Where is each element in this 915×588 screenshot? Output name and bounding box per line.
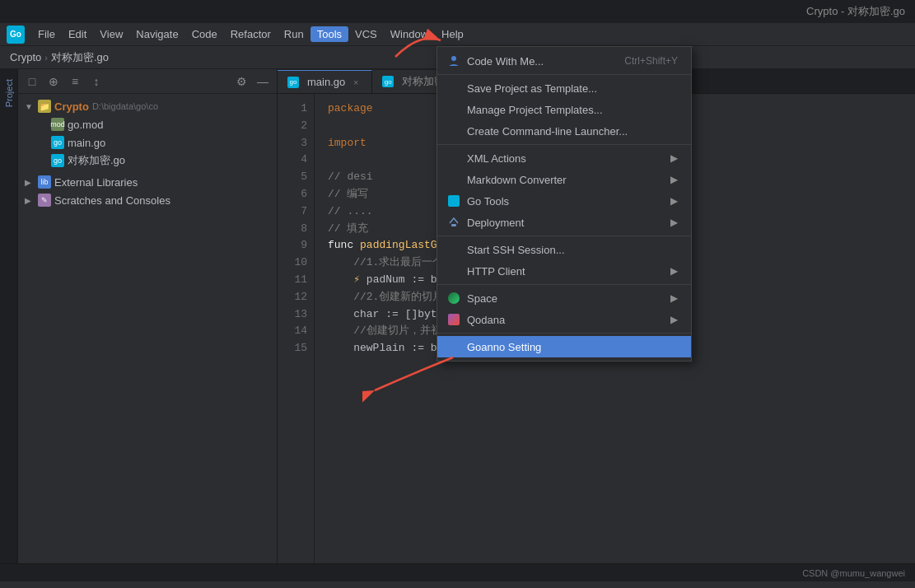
menu-goanno[interactable]: Goanno Setting [437,336,691,357]
http-left: HTTP Client [447,264,525,278]
menu-vcs[interactable]: VCS [348,26,384,42]
save-icon [447,82,460,95]
menu-file[interactable]: File [31,26,62,42]
tree-main-go[interactable]: go main.go [35,133,277,152]
tree-encrypt-go[interactable]: go 对称加密.go [35,152,277,170]
toolbar-layout-btn[interactable]: □ [23,72,41,91]
menu-help[interactable]: Help [435,26,470,42]
markdown-label: Markdown Converter [467,174,567,186]
sep5 [437,333,691,334]
toolbar-collapse-btn[interactable]: ≡ [66,72,84,91]
menu-tools[interactable]: Tools [310,26,348,42]
title-bar-text: Crypto - 对称加密.go [806,4,905,19]
tree-scratches[interactable]: ▶ ✎ Scratches and Consoles [18,191,277,209]
app-logo: Go [7,26,25,44]
sep1 [437,74,691,75]
goanno-label: Goanno Setting [467,341,541,353]
encrypt-file-icon: go [51,154,64,167]
tree-root-crypto[interactable]: ▼ 📁 Crypto D:\bigdata\go\co [18,97,277,115]
status-bar: CSDN @mumu_wangwei [0,563,915,581]
http-icon [447,264,460,278]
svg-point-1 [451,56,456,61]
status-text: CSDN @mumu_wangwei [802,568,905,578]
go-tools-left: Go Tools [447,194,509,208]
qodana-icon [447,313,460,326]
sep3 [437,236,691,236]
menu-refactor[interactable]: Refactor [224,26,278,42]
manage-icon [447,103,460,116]
menu-ssh[interactable]: Start SSH Session... [437,239,691,260]
menu-xml-actions[interactable]: XML Actions ▶ [437,147,691,169]
deployment-arrow: ▶ [670,217,678,228]
sep4 [437,284,691,285]
space-icon [447,292,460,305]
root-path: D:\bigdata\go\co [92,101,158,111]
code-with-me-left: Code With Me... [447,54,544,68]
tree-go-mod[interactable]: mod go.mod [35,115,277,133]
menu-bar: Go File Edit View Navigate Code Refactor… [0,23,915,46]
menu-space[interactable]: Space ▶ [437,287,691,309]
tools-dropdown: Code With Me... Ctrl+Shift+Y Save Projec… [436,46,692,362]
manage-label: Manage Project Templates... [467,104,603,116]
save-project-label: Save Project as Template... [467,82,597,95]
space-label: Space [467,292,497,305]
menu-go-tools[interactable]: Go Tools ▶ [437,190,691,212]
markdown-arrow: ▶ [670,174,678,185]
space-left: Space [447,292,497,305]
breadcrumb-crypto[interactable]: Crypto [10,51,41,63]
code-with-me-label: Code With Me... [467,55,544,68]
tree-children: mod go.mod go main.go go 对称加密.go [18,115,277,170]
tab-icon-encrypt: go [382,76,394,87]
tab-label-main: main.go [307,76,345,88]
save-project-left: Save Project as Template... [447,82,597,95]
tab-close-main[interactable]: × [350,77,362,88]
goanno-icon [447,340,460,353]
menu-create-launcher[interactable]: Create Command-line Launcher... [437,120,691,142]
launcher-left: Create Command-line Launcher... [447,124,628,138]
xml-left: XML Actions [447,152,526,165]
ssh-label: Start SSH Session... [467,244,565,256]
manage-left: Manage Project Templates... [447,103,603,116]
mod-icon: mod [51,118,64,131]
menu-view[interactable]: View [93,26,129,42]
menu-run[interactable]: Run [278,26,310,42]
expand-scratch: ▶ [25,196,38,205]
tab-main-go[interactable]: go main.go × [278,70,372,93]
space-arrow: ▶ [670,292,678,304]
ssh-icon [447,243,460,256]
line-numbers: 1 2 3 4 5 6 7 8 9 10 11 12 13 14 15 [278,94,315,563]
toolbar-locate-btn[interactable]: ⊕ [44,72,63,91]
people-icon [447,54,460,68]
project-toolbar: □ ⊕ ≡ ↕ ⚙ — [18,69,277,94]
deployment-label: Deployment [467,217,524,229]
project-panel-label[interactable]: Project [2,76,16,110]
toolbar-settings-btn[interactable]: ⚙ [232,72,250,91]
expand-ext: ▶ [25,178,38,187]
menu-save-project[interactable]: Save Project as Template... [437,77,691,99]
menu-http-client[interactable]: HTTP Client ▶ [437,260,691,282]
menu-window[interactable]: Window [384,26,435,42]
file-tree: ▼ 📁 Crypto D:\bigdata\go\co mod go.mod g… [18,94,277,563]
markdown-icon [447,173,460,186]
menu-deployment[interactable]: Deployment ▶ [437,212,691,233]
qodana-arrow: ▶ [670,314,678,325]
sidebar-toggle[interactable]: Project [0,69,18,563]
menu-code-with-me[interactable]: Code With Me... Ctrl+Shift+Y [437,50,691,72]
toolbar-sort-btn[interactable]: ↕ [87,72,105,91]
menu-edit[interactable]: Edit [62,26,93,42]
title-bar: Crypto - 对称加密.go [0,0,915,23]
http-label: HTTP Client [467,265,525,278]
toolbar-close-btn[interactable]: — [254,72,272,91]
menu-manage-templates[interactable]: Manage Project Templates... [437,99,691,120]
root-label: Crypto [54,100,89,113]
menu-navigate[interactable]: Navigate [129,26,184,42]
qodana-label: Qodana [467,314,505,326]
svg-rect-2 [451,224,456,226]
ssh-left: Start SSH Session... [447,243,565,256]
menu-markdown[interactable]: Markdown Converter ▶ [437,169,691,190]
tree-external-libs[interactable]: ▶ lib External Libraries [18,173,277,191]
menu-qodana[interactable]: Qodana ▶ [437,309,691,330]
menu-code[interactable]: Code [185,26,224,42]
breadcrumb-file[interactable]: 对称加密.go [51,50,109,65]
maingo-label: main.go [68,137,105,149]
